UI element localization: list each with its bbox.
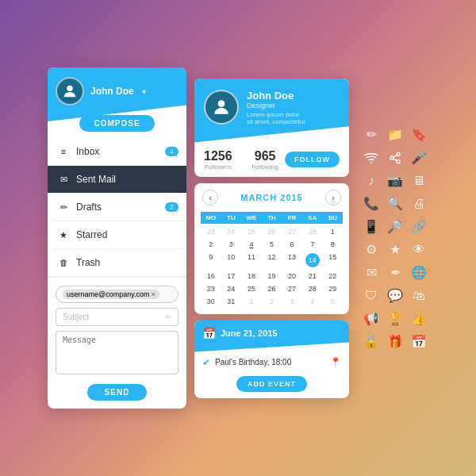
cal-cell[interactable]: 24: [221, 225, 242, 238]
bookmark-icon[interactable]: 🔖: [411, 127, 427, 142]
nav-item-label: Drafts: [76, 202, 102, 213]
cal-cell[interactable]: 21: [302, 270, 323, 282]
cal-cell[interactable]: 4: [241, 238, 262, 251]
cal-cell[interactable]: 31: [221, 295, 242, 308]
star-icon[interactable]: ★: [387, 242, 403, 257]
following-stat: 965 Following: [251, 149, 278, 171]
pencil-icon[interactable]: ✒: [387, 265, 403, 280]
cal-cell[interactable]: 6: [282, 238, 302, 251]
tag-remove-icon[interactable]: ×: [152, 290, 155, 298]
cal-cell[interactable]: 29: [322, 282, 343, 295]
search-icon[interactable]: 🔍: [387, 196, 403, 211]
calendar-next-button[interactable]: ›: [325, 190, 341, 205]
phone-icon[interactable]: 📞: [363, 196, 379, 211]
follow-button[interactable]: FOLLOW: [285, 152, 340, 167]
thumb-up-icon[interactable]: 👍: [411, 311, 427, 326]
followers-count: 1256: [204, 149, 232, 163]
cal-cell[interactable]: 2: [262, 295, 282, 308]
lock-icon[interactable]: 🔒: [363, 334, 379, 349]
to-field[interactable]: username@company.com ×: [56, 286, 178, 303]
cal-cell[interactable]: 8: [322, 238, 343, 251]
cal-cell[interactable]: 5: [262, 238, 282, 251]
globe-icon[interactable]: 🌐: [411, 265, 427, 280]
cal-cell[interactable]: 18: [241, 270, 262, 282]
eye-icon[interactable]: 👁: [411, 242, 427, 257]
shield-icon[interactable]: 🛡: [363, 288, 379, 303]
cal-cell[interactable]: 16: [201, 270, 221, 282]
cal-cell[interactable]: 27: [282, 225, 302, 238]
cal-cell[interactable]: 7: [302, 238, 323, 251]
edit-icon[interactable]: ✏: [363, 127, 379, 142]
music-icon[interactable]: ♪: [363, 173, 379, 188]
cal-cell[interactable]: 26: [262, 225, 282, 238]
cal-cell[interactable]: 24: [221, 282, 242, 295]
folder-icon[interactable]: 📁: [387, 127, 403, 142]
cal-cell[interactable]: 4: [302, 295, 323, 308]
svg-point-3: [397, 152, 400, 155]
tablet-icon[interactable]: 📱: [363, 219, 379, 234]
cal-cell[interactable]: 3: [282, 295, 302, 308]
cal-cell[interactable]: 19: [262, 270, 282, 282]
cal-cell-today[interactable]: 14: [302, 251, 323, 270]
location-icon: 📍: [330, 357, 341, 367]
compose-button[interactable]: COMPOSE: [79, 115, 154, 132]
cal-cell[interactable]: 28: [302, 225, 323, 238]
gift-icon[interactable]: 🎁: [387, 334, 403, 349]
subject-field[interactable]: Subject ✏: [56, 308, 178, 326]
cal-cell[interactable]: 9: [201, 251, 221, 270]
cal-cell[interactable]: 26: [262, 282, 282, 295]
search2-icon[interactable]: 🔎: [387, 219, 403, 234]
camera-icon[interactable]: 📷: [387, 173, 403, 188]
send-button[interactable]: SEND: [87, 384, 148, 401]
chat-icon[interactable]: 💬: [387, 288, 403, 303]
chevron-down-icon[interactable]: ▾: [142, 87, 146, 96]
add-event-button[interactable]: ADD EVENT: [236, 376, 307, 392]
cal-cell[interactable]: 22: [322, 270, 343, 282]
trophy-icon[interactable]: 🏆: [387, 311, 403, 326]
calendar2-icon[interactable]: 📅: [411, 334, 427, 349]
link-icon[interactable]: 🔗: [411, 219, 427, 234]
star-icon: ★: [57, 230, 70, 240]
cal-cell[interactable]: 23: [201, 282, 221, 295]
nav-item-starred[interactable]: ★ Starred: [48, 221, 186, 249]
cal-cell[interactable]: 3: [221, 238, 242, 251]
cal-cell[interactable]: 17: [221, 270, 242, 282]
cal-cell[interactable]: 11: [241, 251, 262, 270]
gear-icon[interactable]: ⚙: [363, 242, 379, 257]
cal-cell[interactable]: 30: [201, 295, 221, 308]
nav-item-trash[interactable]: 🗑 Trash: [48, 249, 186, 277]
cal-week-5: 23 24 25 26 27 28 29: [201, 282, 343, 295]
cal-cell[interactable]: 25: [241, 225, 262, 238]
event-date: June 21, 2015: [221, 328, 278, 338]
cal-cell[interactable]: 1: [322, 225, 343, 238]
mic-icon[interactable]: 🎤: [411, 150, 427, 165]
cal-cell[interactable]: 13: [282, 251, 302, 270]
monitor-icon[interactable]: 🖥: [411, 173, 427, 188]
cal-cell[interactable]: 20: [282, 270, 302, 282]
inbox-icon: ≡: [57, 147, 70, 156]
wifi-icon[interactable]: [363, 150, 379, 165]
cal-cell[interactable]: 25: [241, 282, 262, 295]
cal-week-2: 2 3 4 5 6 7 8: [201, 238, 343, 251]
calendar-prev-button[interactable]: ‹: [202, 190, 218, 205]
cal-cell[interactable]: 10: [221, 251, 242, 270]
nav-item-sentmail[interactable]: ✉ Sent Mail: [48, 166, 186, 194]
share-icon[interactable]: [387, 150, 403, 165]
nav-item-inbox[interactable]: ≡ Inbox 4: [48, 138, 186, 166]
cal-cell[interactable]: 1: [241, 295, 262, 308]
megaphone-icon[interactable]: 📢: [363, 311, 379, 326]
message-field[interactable]: [56, 331, 178, 374]
email-nav: ≡ Inbox 4 ✉ Sent Mail ✏ Drafts 2 ★ Starr…: [48, 138, 186, 277]
cal-cell[interactable]: 2: [201, 238, 221, 251]
bag-icon[interactable]: 🛍: [411, 288, 427, 303]
cal-cell[interactable]: 28: [302, 282, 323, 295]
user-name: John Doe: [90, 86, 134, 97]
cal-cell[interactable]: 27: [282, 282, 302, 295]
cal-cell[interactable]: 23: [201, 225, 221, 238]
mail-icon[interactable]: ✉: [363, 265, 379, 280]
print-icon[interactable]: 🖨: [411, 196, 427, 211]
cal-cell[interactable]: 5: [322, 295, 343, 308]
cal-cell[interactable]: 15: [322, 251, 343, 270]
cal-cell[interactable]: 12: [262, 251, 282, 270]
nav-item-drafts[interactable]: ✏ Drafts 2: [48, 194, 186, 221]
